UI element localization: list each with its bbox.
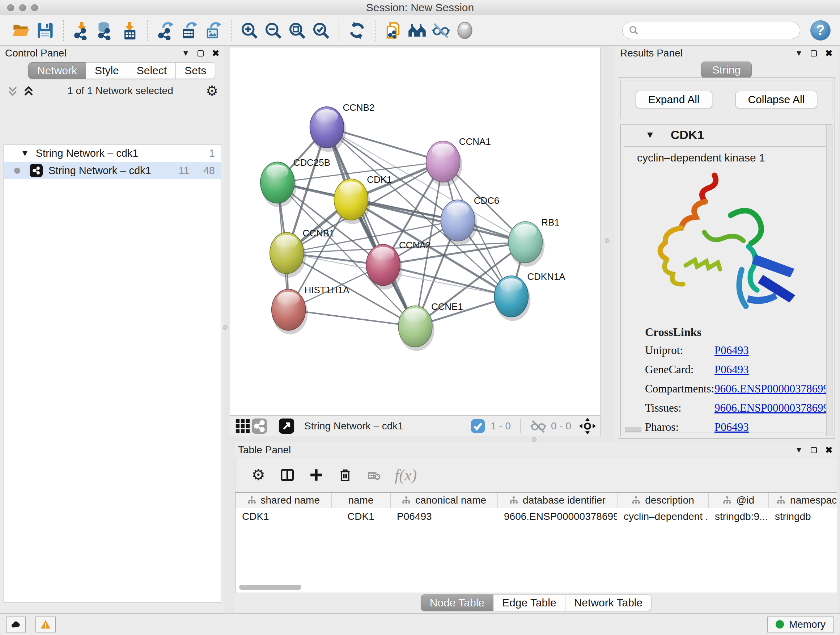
- memory-button[interactable]: Memory: [767, 616, 834, 632]
- network-node-CDC25B[interactable]: CDC25B: [261, 157, 330, 207]
- table-settings-gear-icon[interactable]: ⚙: [250, 467, 267, 483]
- network-row-selected[interactable]: String Network – cdk1 11 48: [4, 162, 221, 179]
- network-collection-row[interactable]: ▼ String Network – cdk1 1: [4, 144, 221, 162]
- zoom-selected-icon[interactable]: [309, 19, 333, 42]
- help-icon[interactable]: ?: [810, 20, 831, 41]
- crosslink-link-0[interactable]: P06493: [714, 344, 749, 357]
- search-input[interactable]: [643, 25, 794, 36]
- network-overview-icon[interactable]: [251, 418, 268, 434]
- minimize-window-icon[interactable]: [19, 4, 26, 11]
- column-header--id[interactable]: @id: [708, 493, 768, 508]
- close-window-icon[interactable]: [7, 4, 14, 11]
- open-session-icon[interactable]: [9, 19, 33, 42]
- tab-network[interactable]: Network: [28, 62, 86, 79]
- column-header-database-identifier[interactable]: database identifier: [497, 493, 617, 508]
- tab-style[interactable]: Style: [86, 62, 128, 79]
- maximize-window-icon[interactable]: [31, 4, 38, 11]
- crosslink-link-3[interactable]: 9606.ENSP00000378699: [714, 402, 829, 415]
- import-network-file-icon[interactable]: [69, 19, 93, 42]
- cybrowser-documents-icon[interactable]: [381, 19, 405, 42]
- show-all-icon[interactable]: [453, 19, 477, 42]
- network-node-CDKN1A[interactable]: CDKN1A: [494, 272, 566, 321]
- network-options-gear-icon[interactable]: ⚙: [206, 84, 218, 98]
- delete-table-icon[interactable]: [366, 467, 382, 483]
- column-header-description[interactable]: description: [617, 493, 708, 508]
- function-builder-icon[interactable]: f(x): [395, 467, 417, 483]
- float-panel-icon[interactable]: [197, 50, 204, 57]
- show-columns-icon[interactable]: [279, 467, 295, 483]
- network-node-RB1[interactable]: RB1: [508, 217, 559, 267]
- tab-string[interactable]: String: [701, 62, 752, 78]
- tab-select[interactable]: Select: [128, 62, 176, 79]
- export-image-icon[interactable]: [201, 19, 225, 42]
- collapse-results-icon[interactable]: ▼: [795, 49, 803, 57]
- left-splitter-handle[interactable]: [223, 325, 227, 330]
- tab-network-table[interactable]: Network Table: [565, 594, 652, 611]
- zoom-in-icon[interactable]: [237, 19, 261, 42]
- birds-eye-view-grid-icon[interactable]: [234, 418, 251, 434]
- network-edge-CCNB2-CCNE1[interactable]: [327, 127, 415, 326]
- crosslink-link-2[interactable]: 9606.ENSP00000378699: [714, 382, 829, 395]
- create-column-icon[interactable]: [308, 467, 325, 483]
- table-cell[interactable]: CDK1: [235, 508, 332, 525]
- tab-sets[interactable]: Sets: [176, 62, 215, 79]
- detach-view-icon[interactable]: [278, 418, 295, 434]
- crosslink-link-1[interactable]: P06493: [714, 363, 749, 376]
- network-view-canvas[interactable]: CCNB2 CCNA1 CDC25B: [230, 47, 600, 416]
- gene-expander-icon[interactable]: ▼: [645, 129, 655, 141]
- network-graph[interactable]: CCNB2 CCNA1 CDC25B: [230, 48, 600, 415]
- tab-node-table[interactable]: Node Table: [421, 594, 493, 611]
- column-header-name[interactable]: name: [332, 493, 390, 508]
- column-header-canonical-name[interactable]: canonical name: [390, 493, 497, 508]
- warning-button[interactable]: [35, 616, 56, 632]
- export-table-icon[interactable]: [177, 19, 201, 42]
- zoom-out-icon[interactable]: [261, 19, 285, 42]
- collapse-table-panel-icon[interactable]: ▼: [795, 446, 803, 454]
- close-panel-icon[interactable]: ✖: [212, 49, 219, 58]
- float-table-panel-icon[interactable]: [811, 447, 817, 453]
- column-header-shared-name[interactable]: shared name: [235, 493, 332, 508]
- table-cell[interactable]: 9606.ENSP00000378699: [497, 508, 617, 525]
- cloud-status-button[interactable]: [6, 616, 26, 632]
- right-splitter-handle[interactable]: [605, 238, 609, 243]
- results-vscrollbar[interactable]: [826, 125, 832, 436]
- selected-checkbox-icon[interactable]: [470, 418, 486, 434]
- horizontal-splitter-handle[interactable]: [532, 437, 537, 442]
- collapse-all-networks-icon[interactable]: [22, 85, 35, 97]
- network-node-HIST1H1A[interactable]: HIST1H1A: [272, 285, 349, 334]
- collapse-all-button[interactable]: Collapse All: [736, 91, 818, 108]
- float-results-icon[interactable]: [811, 50, 817, 57]
- network-node-CCNB1[interactable]: CCNB1: [270, 228, 335, 278]
- import-table-file-icon[interactable]: [117, 19, 141, 42]
- save-session-icon[interactable]: [33, 19, 57, 42]
- import-network-database-icon[interactable]: [93, 19, 117, 42]
- delete-columns-icon[interactable]: [337, 467, 354, 483]
- table-row[interactable]: CDK1CDK1P064939606.ENSP00000378699cyclin…: [235, 508, 837, 525]
- refresh-layout-icon[interactable]: [345, 19, 369, 42]
- table-cell[interactable]: cyclin–dependent ...: [617, 508, 708, 525]
- collapse-panel-icon[interactable]: ▼: [182, 49, 189, 57]
- network-node-CCNE1[interactable]: CCNE1: [398, 302, 463, 351]
- column-header-namespace[interactable]: namespace: [768, 493, 837, 508]
- network-node-CDK1[interactable]: CDK1: [334, 174, 392, 224]
- zoom-fit-icon[interactable]: [285, 19, 309, 42]
- table-hscroll-thumb[interactable]: [239, 585, 302, 590]
- expand-all-button[interactable]: Expand All: [636, 91, 712, 108]
- hidden-glasses-icon[interactable]: [530, 418, 546, 434]
- table-cell[interactable]: stringdb: [768, 508, 837, 525]
- close-table-panel-icon[interactable]: ✖: [825, 445, 833, 455]
- network-node-CCNA1[interactable]: CCNA1: [426, 136, 491, 186]
- close-results-icon[interactable]: ✖: [825, 49, 833, 58]
- fit-content-crosshair-icon[interactable]: [579, 418, 596, 434]
- gene-section-header[interactable]: ▼ CDK1: [621, 125, 832, 145]
- network-node-CCNB2[interactable]: CCNB2: [310, 103, 375, 152]
- crosslink-link-4[interactable]: P06493: [714, 421, 749, 434]
- table-cell[interactable]: stringdb:9...: [708, 508, 768, 525]
- search-field[interactable]: [622, 22, 800, 39]
- table-cell[interactable]: P06493: [390, 508, 497, 525]
- expand-all-networks-icon[interactable]: [6, 85, 19, 97]
- hide-selected-icon[interactable]: [429, 19, 453, 42]
- string-home-icon[interactable]: [405, 19, 429, 42]
- results-hscroll-thumb[interactable]: [625, 427, 641, 432]
- network-node-CDC6[interactable]: CDC6: [441, 195, 499, 245]
